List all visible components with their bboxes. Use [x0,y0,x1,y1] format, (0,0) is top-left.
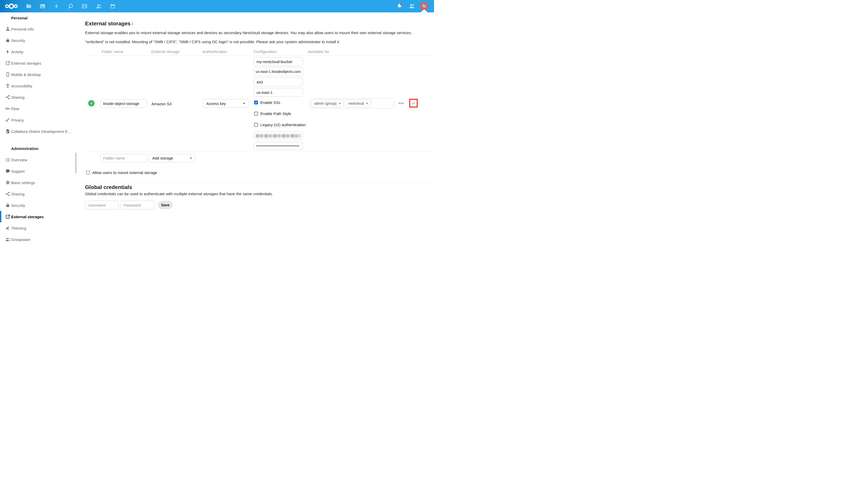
access-key-input-redacted[interactable] [254,131,303,140]
row-options-menu-icon[interactable] [399,103,403,104]
external-link-icon [5,60,10,66]
share-icon [5,94,10,100]
document-icon [5,128,10,134]
hostname-input[interactable] [254,67,303,76]
page-title: External storages [85,20,130,27]
lightning-icon [5,49,10,55]
storage-ok-status-icon [88,100,95,107]
checkbox-checked-icon[interactable] [254,100,258,104]
sidebar-scrollbar-thumb[interactable] [75,153,76,173]
global-password-input[interactable] [121,201,154,209]
phone-icon [5,71,10,77]
talk-app-icon[interactable] [67,3,74,9]
remove-chip-icon[interactable]: ✕ [366,102,368,105]
external-link-icon [5,214,10,219]
sidebar-item-overview[interactable]: Overview [0,154,77,165]
enable-path-style-checkbox[interactable]: Enable Path Style [254,112,291,116]
global-username-input[interactable] [85,201,119,209]
sidebar-item-activity[interactable]: Activity [0,46,77,57]
remove-chip-icon[interactable]: ✕ [339,102,341,105]
bucket-input[interactable] [254,57,303,66]
available-for-field[interactable]: admin (group) ✕ nextcloud ✕ [310,98,394,109]
paint-roller-icon [5,225,10,231]
sidebar-item-external-storages-personal[interactable]: External storages [0,57,77,69]
nextcloud-logo-icon[interactable] [5,2,18,10]
sidebar-item-privacy[interactable]: Privacy [0,114,77,126]
sidebar-item-collabora[interactable]: Collabora Online Development Edit... [0,126,77,137]
authentication-select[interactable]: Access key ▼ [203,99,249,108]
sidebar-item-personal-info[interactable]: Personal info [0,23,77,35]
table-header-divider [85,55,434,56]
external-storage-type: Amazon S3 [152,101,172,107]
legacy-auth-checkbox[interactable]: Legacy (v2) authentication [254,123,306,127]
key-icon [5,117,10,123]
active-item-indicator [0,211,1,222]
chevron-down-icon: ▼ [243,102,245,105]
sidebar-item-accessibility[interactable]: Accessibility [0,80,77,92]
enable-ssl-checkbox[interactable]: Enable SSL [254,100,281,105]
folder-name-input[interactable] [100,99,147,108]
sidebar-item-basic-settings[interactable]: Basic settings [0,177,77,188]
secret-key-input[interactable] [254,142,303,150]
settings-sidebar: Personal Personal info Security Activity… [0,12,77,242]
notifications-bell-icon[interactable] [396,3,403,9]
allow-users-mount-checkbox[interactable]: Allow users to mount external storage [86,171,157,175]
available-for-chip[interactable]: nextcloud ✕ [345,99,371,107]
contacts-app-icon[interactable] [96,3,102,9]
lock-icon [5,203,10,208]
gear-icon [5,180,10,185]
sidebar-item-groupware[interactable]: Groupware [0,234,77,242]
contacts-menu-icon[interactable] [409,3,415,9]
info-icon[interactable]: i [132,21,133,26]
available-for-chip[interactable]: admin (group) ✕ [311,99,344,107]
notification-badge [400,3,402,5]
sidebar-item-mobile-desktop[interactable]: Mobile & desktop [0,69,77,80]
sidebar-section-administration: Administration [0,143,77,154]
smbclient-warning: "smbclient" is not installed. Mounting o… [85,39,434,44]
calendar-app-icon[interactable] [110,3,116,9]
sidebar-item-sharing-personal[interactable]: Sharing [0,92,77,103]
table-bottom-divider [85,152,434,152]
sidebar-item-security-admin[interactable]: Security [0,200,77,211]
redacted-text-blur [256,134,301,138]
accessibility-icon [5,83,10,89]
speech-bubble-icon [5,168,10,174]
share-icon [5,191,10,197]
sidebar-item-support[interactable]: Support [0,165,77,177]
port-input[interactable] [254,78,303,86]
files-app-icon[interactable] [26,3,32,9]
page-description: External storage enables you to mount ex… [85,30,434,35]
list-icon [5,157,10,163]
column-header-configuration: Configuration [254,50,277,54]
top-navigation-bar: N [0,0,434,12]
photos-app-icon[interactable] [39,3,46,9]
column-header-available-for: Available for [308,50,329,54]
flow-icon [5,106,10,112]
column-header-external-storage: External storage [151,50,179,54]
checkmark-icon [411,101,416,105]
new-folder-name-input[interactable] [100,154,147,162]
chevron-down-icon: ▼ [190,157,192,159]
add-storage-select[interactable]: Add storage ▼ [149,154,195,162]
sidebar-item-flow[interactable]: Flow [0,103,77,114]
mail-app-icon[interactable] [82,3,88,9]
global-credentials-title: Global credentials [85,183,132,191]
save-button[interactable]: Save [158,201,173,209]
global-credentials-description: Global credentials can be used to authen… [85,191,395,196]
sidebar-item-external-storages-admin[interactable]: External storages [0,211,77,222]
user-icon [5,26,10,32]
sidebar-item-sharing-admin[interactable]: Sharing [0,188,77,200]
external-storages-panel: External storages i External storage ena… [77,12,434,242]
active-menu-pointer [421,9,428,12]
activity-app-icon[interactable] [54,3,60,9]
section-divider [77,182,434,182]
sidebar-item-theming[interactable]: Theming [0,222,77,234]
sidebar-item-security-personal[interactable]: Security [0,35,77,46]
column-header-folder-name: Folder name [101,50,123,54]
lock-icon [5,37,10,43]
region-input[interactable] [254,88,303,97]
save-row-confirm-button-highlighted[interactable] [409,99,418,108]
column-header-authentication: Authentication [203,50,227,54]
sidebar-section-personal: Personal [0,12,77,23]
people-icon [5,237,10,242]
